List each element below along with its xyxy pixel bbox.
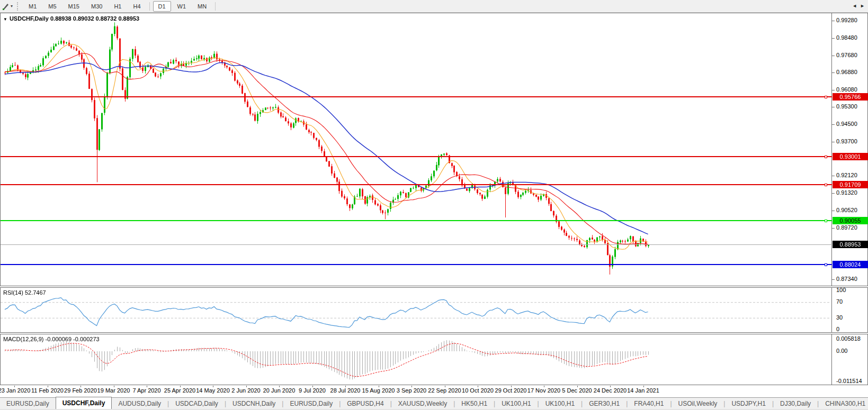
date-axis-label: 19 Mar 2020 — [97, 387, 130, 394]
current-price-badge: 0.88953 — [833, 241, 868, 248]
line-handle[interactable] — [825, 156, 827, 158]
tab-scroll-right-icon[interactable]: ► — [860, 3, 865, 8]
tab-scroll-buttons: ◄ ► — [850, 2, 867, 10]
chart-tab-hk50-h1[interactable]: HK50,H1 — [455, 398, 494, 409]
price-axis-label: 0.99280 — [836, 17, 857, 24]
horizontal-level-line[interactable] — [1, 96, 832, 97]
macd-axis-label: 0.00 — [836, 348, 847, 354]
timeframe-button-w1[interactable]: W1 — [172, 1, 192, 12]
price-axis-tick-mark — [832, 90, 835, 90]
chart-tab-gbpusd-h4[interactable]: GBPUSD,H4 — [341, 398, 390, 409]
chart-tab-uk100-h1[interactable]: UK100,H1 — [495, 398, 537, 409]
horizontal-level-line[interactable] — [1, 264, 832, 265]
price-axis-label: 0.97680 — [836, 52, 857, 59]
date-axis-label: 9 Jul 2020 — [299, 387, 326, 394]
horizontal-level-line[interactable] — [1, 184, 832, 185]
price-level-badge: 0.93001 — [833, 153, 868, 160]
price-axis-tick-mark — [832, 38, 835, 39]
horizontal-level-line[interactable] — [1, 156, 832, 157]
price-chart-panel[interactable]: ▼USDCHF,Daily 0.88938 0.89032 0.88732 0.… — [0, 13, 868, 286]
chart-ohlc-values: 0.88938 0.89032 0.88732 0.88953 — [50, 15, 139, 22]
price-axis-label: 0.96080 — [836, 86, 857, 93]
price-axis-tick-mark — [832, 193, 835, 194]
current-price-line — [1, 244, 832, 245]
date-axis-label: 14 Jan 2021 — [627, 387, 659, 394]
chart-tab-usdcnh-daily[interactable]: USDCNH,Daily — [226, 398, 282, 409]
rsi-axis-label: 0 — [836, 326, 839, 333]
date-axis-label: 20 Jun 2020 — [263, 387, 296, 394]
date-axis-label: 22 Sep 2020 — [428, 387, 461, 394]
line-handle[interactable] — [825, 96, 827, 98]
timeframe-button-d1[interactable]: D1 — [153, 1, 171, 12]
price-axis-tick-mark — [832, 279, 835, 280]
macd-canvas[interactable] — [1, 334, 831, 385]
macd-label: MACD(12,26,9) -0.000069 -0.000273 — [3, 336, 100, 342]
price-axis-tick-mark — [832, 142, 835, 142]
line-handle[interactable] — [825, 184, 827, 186]
rsi-label: RSI(14) 52.7467 — [3, 289, 46, 296]
date-axis-label: 11 Feb 2020 — [31, 387, 64, 394]
price-level-badge: 0.95766 — [833, 93, 868, 101]
chart-tool-button[interactable]: ▾ — [0, 0, 15, 12]
date-axis-label: 29 Oct 2020 — [495, 387, 527, 394]
rsi-canvas[interactable] — [1, 288, 831, 332]
chart-tab-ger30-h1[interactable]: GER30,H1 — [583, 398, 626, 409]
rsi-axis-label: 30 — [836, 314, 843, 321]
timeframe-button-h1[interactable]: H1 — [109, 1, 127, 12]
chart-tab-uk100-h1[interactable]: UK100,H1 — [539, 398, 581, 409]
price-axis-tick-mark — [832, 56, 835, 56]
timeframe-button-m5[interactable]: M5 — [43, 1, 61, 12]
chart-tab-bar: EURUSD,DailyUSDCHF,DailyAUDUSD,Daily|USD… — [0, 397, 868, 409]
price-axis-tick-mark — [832, 107, 835, 107]
chart-tab-audusd-daily[interactable]: AUDUSD,Daily — [112, 398, 167, 409]
timeframe-button-m1[interactable]: M1 — [23, 1, 42, 12]
macd-indicator-panel[interactable]: MACD(12,26,9) -0.000069 -0.000273 0.0058… — [0, 334, 868, 385]
price-axis-tick-mark — [832, 228, 835, 229]
price-level-badge: 0.91709 — [833, 181, 868, 188]
chart-tab-eurusd-daily[interactable]: EURUSD,Daily — [283, 398, 339, 409]
price-axis-tick-mark — [832, 124, 835, 125]
chart-tab-eurusd-daily[interactable]: EURUSD,Daily — [0, 398, 56, 409]
date-axis[interactable]: 23 Jan 202011 Feb 202029 Feb 202019 Mar … — [0, 386, 868, 396]
horizontal-level-line[interactable] — [1, 220, 832, 221]
chart-tab-fra40-h1[interactable]: FRA40,H1 — [628, 398, 670, 409]
chart-tab-usdchf-daily[interactable]: USDCHF,Daily — [56, 397, 112, 409]
timeframe-button-m15[interactable]: M15 — [63, 1, 85, 12]
line-handle[interactable] — [825, 220, 827, 222]
chevron-down-icon[interactable]: ▾ — [11, 4, 13, 8]
date-axis-label: 23 Jan 2020 — [0, 387, 30, 394]
toolbar-separator — [149, 2, 150, 11]
line-handle[interactable] — [825, 263, 827, 266]
chart-tab-usdcad-daily[interactable]: USDCAD,Daily — [169, 398, 225, 409]
chart-tab-xauusd-weekly[interactable]: XAUUSD,Weekly — [392, 398, 453, 409]
chart-symbol-label: USDCHF,Daily — [10, 15, 49, 22]
rsi-axis-label: 70 — [836, 298, 843, 305]
chart-tab-usoil-weekly[interactable]: USOil,Weekly — [672, 398, 724, 409]
macd-axis-label: -0.011514 — [836, 378, 862, 385]
chart-tab-dj30-daily[interactable]: DJ30,Daily — [774, 398, 817, 409]
tab-scroll-left-icon[interactable]: ◄ — [852, 3, 857, 8]
date-axis-label: 24 Dec 2020 — [594, 387, 627, 394]
chart-title: ▼USDCHF,Daily 0.88938 0.89032 0.88732 0.… — [3, 15, 139, 22]
timeframe-button-mn[interactable]: MN — [192, 1, 212, 12]
chart-tab-china300-h1[interactable]: CHINA300,H1 — [819, 398, 868, 409]
date-axis-label: 2 Jun 2020 — [231, 387, 260, 394]
price-axis-label: 0.93700 — [836, 138, 857, 145]
price-axis-label: 0.91320 — [836, 189, 857, 196]
timeframe-button-h4[interactable]: H4 — [128, 1, 146, 12]
toolbar-grip[interactable] — [17, 2, 21, 11]
price-axis-tick-mark — [832, 211, 835, 211]
chart-dropdown-icon[interactable]: ▼ — [3, 17, 7, 22]
price-axis-label: 0.95300 — [836, 103, 857, 110]
macd-plot-area[interactable] — [1, 334, 832, 385]
date-axis-label: 5 Dec 2020 — [562, 387, 592, 394]
date-axis-label: 15 Aug 2020 — [362, 387, 395, 394]
price-axis-label: 0.94500 — [836, 121, 857, 127]
date-axis-label: 28 Jul 2020 — [330, 387, 361, 394]
chart-tab-usdjpy-h1[interactable]: USDJPY,H1 — [725, 398, 772, 409]
timeframe-button-m30[interactable]: M30 — [86, 1, 108, 12]
rsi-plot-area[interactable] — [1, 288, 832, 332]
rsi-indicator-panel[interactable]: RSI(14) 52.7467 10070300 — [0, 287, 868, 333]
price-axis-label: 0.98480 — [836, 34, 857, 41]
date-axis-label: 14 May 2020 — [196, 387, 230, 394]
